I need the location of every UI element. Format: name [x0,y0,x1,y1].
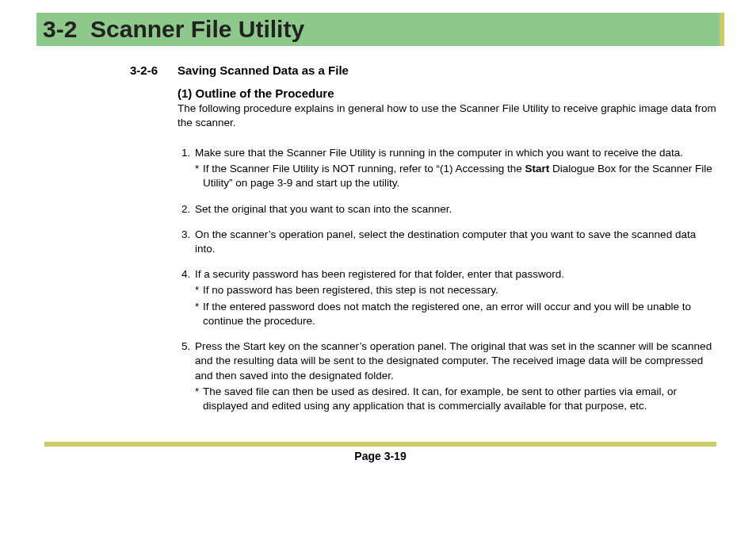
section-number: 3-2-6 [130,63,166,425]
step-note: *The saved file can then be used as desi… [195,385,716,413]
section-title: Saving Scanned Data as a File [178,63,716,77]
step-text: Set the original that you want to scan i… [195,203,452,215]
step-note: *If the Scanner File Utility is NOT runn… [195,162,716,190]
chapter-title-bar: 3-2 Scanner File Utility [36,13,724,46]
step-text: Press the Start key on the scanner’s ope… [195,340,712,381]
footer-rule [44,442,716,447]
asterisk-icon: * [195,162,203,190]
asterisk-icon: * [195,283,203,297]
step-text: If a security password has been register… [195,268,564,280]
note-text: If the entered password does not match t… [203,300,716,328]
step-text: On the scanner’s operation panel, select… [195,228,696,255]
note-text: If the Scanner File Utility is NOT runni… [203,162,716,190]
note-text: If no password has been registered, this… [203,283,716,297]
section-heading-row: 3-2-6 Saving Scanned Data as a File (1) … [130,63,716,425]
step-item: Make sure that the Scanner File Utility … [193,146,716,191]
subsection-title: (1) Outline of the Procedure [178,86,716,100]
step-note: *If the entered password does not match … [195,300,716,328]
chapter-name: Scanner File Utility [90,16,304,42]
step-note: *If no password has been registered, thi… [195,283,716,297]
chapter-title: 3-2 Scanner File Utility [43,13,720,46]
asterisk-icon: * [195,300,203,328]
steps-list: Make sure that the Scanner File Utility … [178,146,716,413]
chapter-number: 3-2 [43,16,77,42]
intro-text: The following procedure explains in gene… [178,102,716,130]
step-item: Set the original that you want to scan i… [193,202,716,217]
step-text: Make sure that the Scanner File Utility … [195,147,683,159]
asterisk-icon: * [195,385,203,413]
step-item: On the scanner’s operation panel, select… [193,228,716,256]
section-body: Saving Scanned Data as a File (1) Outlin… [178,63,716,425]
step-item: Press the Start key on the scanner’s ope… [193,339,716,413]
note-text: The saved file can then be used as desir… [203,385,716,413]
content-area: 3-2-6 Saving Scanned Data as a File (1) … [130,63,716,425]
page-number: Page 3-19 [36,450,724,462]
page-container: 3-2 Scanner File Utility 3-2-6 Saving Sc… [0,0,756,478]
step-item: If a security password has been register… [193,267,716,328]
